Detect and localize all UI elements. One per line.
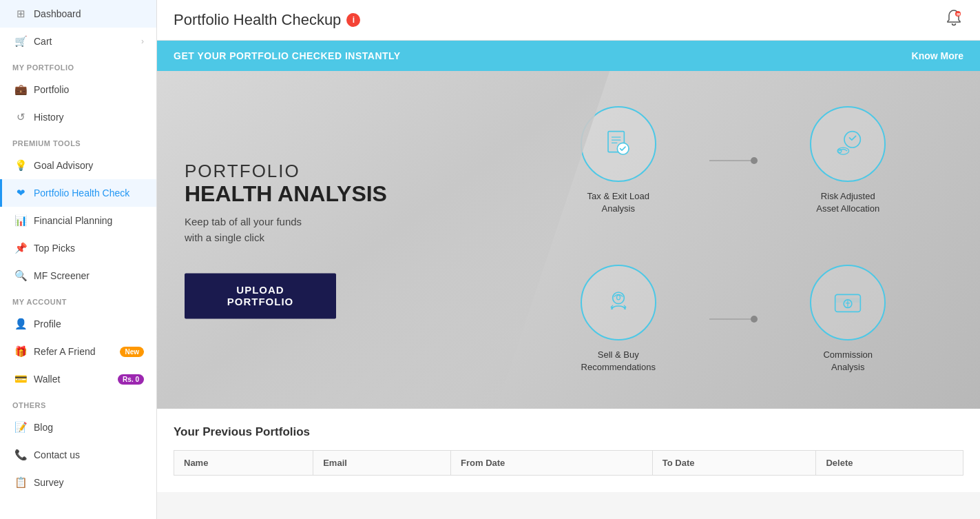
svg-point-11 bbox=[616, 295, 620, 300]
toppicks-icon: 📌 bbox=[14, 242, 27, 254]
notification-icon[interactable]: ✉ bbox=[944, 14, 963, 31]
feature-circle-commission bbox=[810, 265, 886, 340]
upload-portfolio-button[interactable]: UPLOAD PORTFOLIO bbox=[185, 274, 336, 319]
portfolios-table: Name Email From Date To Date Delete bbox=[174, 450, 963, 476]
banner-text: GET YOUR PORTFOLIO CHECKED INSTANTLY bbox=[174, 50, 912, 61]
sidebar-item-portfolio-health-check[interactable]: ❤ Portfolio Health Check bbox=[0, 179, 156, 207]
cart-icon: 🛒 bbox=[14, 35, 27, 48]
my-account-label: MY ACCOUNT bbox=[0, 289, 156, 310]
feature-sell-buy: Sell & BuyRecommendations bbox=[581, 265, 656, 374]
sidebar-item-refer-friend[interactable]: 🎁 Refer A Friend New bbox=[0, 338, 156, 365]
promo-banner: GET YOUR PORTFOLIO CHECKED INSTANTLY Kno… bbox=[157, 41, 980, 71]
wallet-icon: 💳 bbox=[14, 373, 27, 385]
screener-icon: 🔍 bbox=[14, 269, 27, 282]
feature-label-commission: CommissionAnalysis bbox=[823, 349, 873, 374]
sidebar-item-wallet[interactable]: 💳 Wallet Rs. 0 bbox=[0, 365, 156, 393]
feature-risk: Risk AdjustedAsset Allocation bbox=[810, 106, 886, 215]
col-delete: Delete bbox=[816, 451, 963, 476]
table-header: Name Email From Date To Date Delete bbox=[174, 451, 963, 476]
hero-subtitle: Keep tab of all your funds with a single… bbox=[185, 215, 446, 246]
section-title: Your Previous Portfolios bbox=[174, 425, 963, 439]
sidebar-item-cart[interactable]: 🛒 Cart › bbox=[0, 28, 156, 55]
sidebar: ⊞ Dashboard 🛒 Cart › MY PORTFOLIO 💼 Port… bbox=[0, 0, 157, 519]
sidebar-item-top-picks[interactable]: 📌 Top Picks bbox=[0, 234, 156, 262]
others-label: OTHERS bbox=[0, 393, 156, 414]
history-icon: ↺ bbox=[14, 111, 27, 123]
feature-circle-risk bbox=[810, 106, 886, 182]
know-more-link[interactable]: Know More bbox=[912, 50, 963, 61]
header-actions: ✉ bbox=[944, 8, 963, 32]
sidebar-item-history[interactable]: ↺ History bbox=[0, 103, 156, 131]
previous-portfolios-section: Your Previous Portfolios Name Email From… bbox=[157, 409, 980, 492]
premium-tools-label: PREMIUM TOOLS bbox=[0, 131, 156, 152]
goal-icon: 💡 bbox=[14, 159, 27, 172]
feature-label-risk: Risk AdjustedAsset Allocation bbox=[816, 190, 879, 215]
col-name: Name bbox=[174, 451, 313, 476]
chevron-right-icon: › bbox=[141, 37, 144, 46]
col-from-date: From Date bbox=[451, 451, 653, 476]
h-connector-2 bbox=[709, 316, 758, 323]
sidebar-item-financial-planning[interactable]: 📊 Financial Planning bbox=[0, 207, 156, 234]
page-header: Portfolio Health Checkup i ✉ bbox=[157, 0, 980, 41]
sidebar-item-mf-screener[interactable]: 🔍 MF Screener bbox=[0, 262, 156, 289]
sidebar-item-portfolio[interactable]: 💼 Portfolio bbox=[0, 76, 156, 103]
profile-icon: 👤 bbox=[14, 318, 27, 330]
sidebar-item-profile[interactable]: 👤 Profile bbox=[0, 310, 156, 338]
feature-circle-sell bbox=[581, 265, 656, 340]
sidebar-item-dashboard[interactable]: ⊞ Dashboard bbox=[0, 0, 156, 28]
my-portfolio-label: MY PORTFOLIO bbox=[0, 55, 156, 76]
hero-title-top: PORTFOLIO bbox=[185, 161, 446, 182]
gift-icon: 🎁 bbox=[14, 345, 27, 358]
col-to-date: To Date bbox=[652, 451, 816, 476]
feature-label-sell: Sell & BuyRecommendations bbox=[581, 349, 656, 374]
col-email: Email bbox=[313, 451, 451, 476]
wallet-badge: Rs. 0 bbox=[118, 374, 144, 385]
hero-section: PORTFOLIO HEALTH ANALYSIS Keep tab of al… bbox=[157, 71, 980, 409]
new-badge: New bbox=[120, 347, 144, 357]
main-content: Portfolio Health Checkup i ✉ GET YOUR PO… bbox=[157, 0, 980, 519]
blog-icon: 📝 bbox=[14, 421, 27, 434]
feature-commission: CommissionAnalysis bbox=[810, 265, 886, 374]
chart-icon: 📊 bbox=[14, 214, 27, 227]
sidebar-item-contact[interactable]: 📞 Contact us bbox=[0, 441, 156, 469]
svg-point-10 bbox=[612, 292, 624, 304]
sidebar-item-blog[interactable]: 📝 Blog bbox=[0, 414, 156, 441]
dashboard-icon: ⊞ bbox=[14, 8, 27, 20]
contact-icon: 📞 bbox=[14, 449, 27, 461]
feature-label-tax: Tax & Exit LoadAnalysis bbox=[587, 190, 649, 215]
portfolio-icon: 💼 bbox=[14, 83, 27, 96]
page-title: Portfolio Health Checkup i bbox=[174, 11, 360, 29]
sidebar-item-goal-advisory[interactable]: 💡 Goal Advisory bbox=[0, 152, 156, 179]
survey-icon: 📋 bbox=[14, 476, 27, 489]
hero-title-main: HEALTH ANALYSIS bbox=[185, 182, 446, 206]
health-icon: ❤ bbox=[14, 187, 27, 199]
info-icon[interactable]: i bbox=[346, 13, 360, 27]
sidebar-item-survey[interactable]: 📋 Survey bbox=[0, 469, 156, 496]
svg-text:✉: ✉ bbox=[957, 12, 960, 17]
h-connector-1 bbox=[709, 157, 758, 164]
